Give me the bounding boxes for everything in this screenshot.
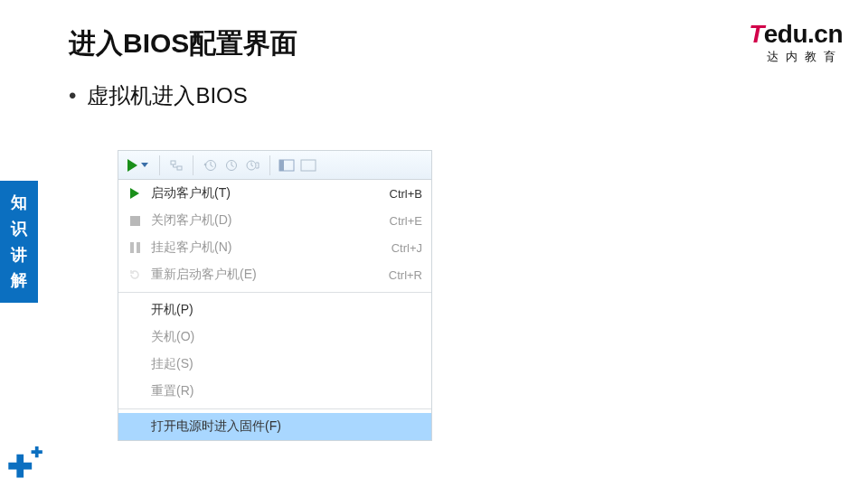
menu-item-label: 开机(P) [151,302,422,318]
menu-item-enter-firmware[interactable]: 打开电源时进入固件(F) [118,413,431,440]
menu-item-reset[interactable]: 重置(R) [118,378,431,405]
menu-item-suspend-guest[interactable]: 挂起客户机(N) Ctrl+J [118,234,431,261]
menu-item-poweron-guest[interactable]: 启动客户机(T) Ctrl+B [118,180,431,207]
svg-rect-6 [279,160,284,171]
side-tab: 知 识 讲 解 [0,181,38,303]
menu-item-label: 打开电源时进入固件(F) [151,418,422,435]
menu-item-restart-guest[interactable]: 重新启动客户机(E) Ctrl+R [118,261,431,288]
menu-item-label: 关闭客户机(D) [151,212,390,229]
menu-item-shutdown-guest[interactable]: 关闭客户机(D) Ctrl+E [118,207,431,234]
brand-logo-t: T [749,20,764,48]
svg-rect-7 [301,160,316,171]
dropdown-icon [141,163,148,167]
bullet-text: 虚拟机进入BIOS [87,81,247,110]
fullscreen-icon[interactable] [299,156,317,174]
menu-item-shortcut: Ctrl+R [389,268,422,282]
menu-item-shortcut: Ctrl+E [390,214,422,228]
menu-item-label: 关机(O) [151,329,422,345]
snapshot-manage-icon[interactable] [244,156,262,174]
play-icon [127,159,137,172]
slide-title: 进入BIOS配置界面 [69,25,297,62]
plus-icon: ✚ [7,456,33,478]
menu-item-label: 重置(R) [151,383,422,399]
snapshot-back-icon[interactable] [201,156,219,174]
brand-logo-sub: 达内教育 [749,49,843,65]
view-icon[interactable] [278,156,296,174]
menu-item-shortcut: Ctrl+J [392,241,422,255]
toolbar-separator [193,155,193,175]
plus-decoration: ✚ ✚ [7,456,48,481]
vm-menu-screenshot: 启动客户机(T) Ctrl+B 关闭客户机(D) Ctrl+E 挂起客户机(N)… [118,150,432,441]
play-icon [130,188,139,199]
power-menu: 启动客户机(T) Ctrl+B 关闭客户机(D) Ctrl+E 挂起客户机(N)… [118,180,431,440]
toolbar-separator [159,155,160,175]
svg-rect-1 [177,166,182,170]
menu-item-label: 挂起客户机(N) [151,239,392,256]
menu-separator [118,292,431,293]
snapshot-icon[interactable] [222,156,241,174]
network-icon[interactable] [167,156,185,174]
menu-item-shortcut: Ctrl+B [390,187,422,201]
bullet-line: • 虚拟机进入BIOS [69,81,248,110]
play-button[interactable] [124,157,152,174]
brand-logo: Tedu.cn 达内教育 [749,22,843,65]
brand-logo-rest: edu.cn [764,20,843,48]
bullet-dot: • [69,85,76,107]
menu-item-poweron[interactable]: 开机(P) [118,296,431,324]
pause-icon [130,242,140,253]
toolbar-separator [269,155,270,175]
toolbar [118,151,431,180]
brand-logo-main: Tedu.cn [749,22,843,47]
menu-separator [118,408,431,409]
stop-icon [130,216,140,226]
menu-item-poweroff[interactable]: 关机(O) [118,324,431,351]
restart-icon [124,268,146,281]
plus-icon-small: ✚ [31,445,42,460]
menu-item-label: 启动客户机(T) [151,185,390,202]
svg-rect-0 [171,161,175,164]
menu-item-suspend[interactable]: 挂起(S) [118,351,431,378]
menu-item-label: 重新启动客户机(E) [151,267,389,283]
menu-item-label: 挂起(S) [151,356,422,372]
